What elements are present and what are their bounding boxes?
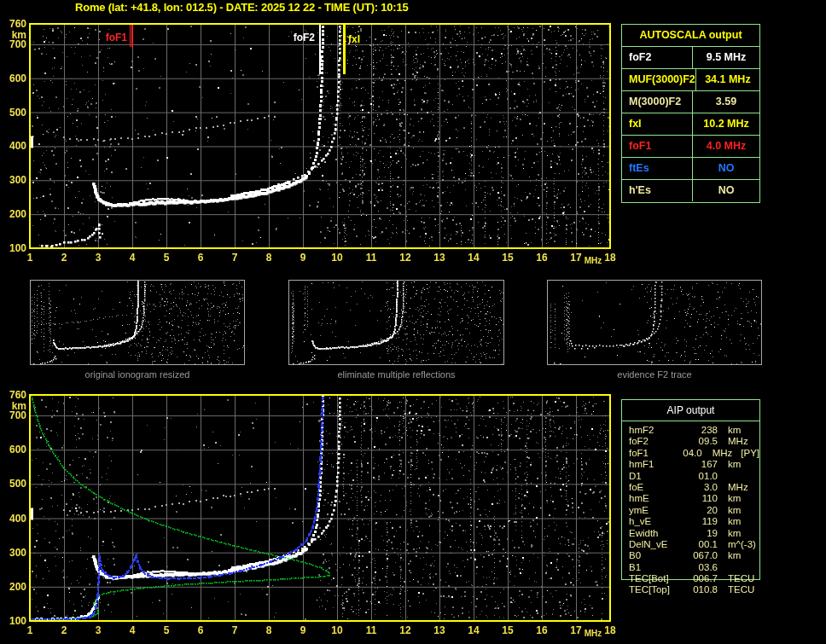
b-unit: TECU [728,573,754,584]
x-axis-unit: MHz [580,256,606,266]
thumbnail-caption-evidence: evidence F2 trace [547,369,762,380]
aip-row-foF1: foF104.0MHz[PY] [622,448,759,459]
y-axis-unit: km [1,401,26,411]
param-value: 10.2 MHz [692,113,759,135]
param-value: 34.1 MHz [695,69,759,90]
y-tick-label: 400 [1,141,26,151]
param-name: MUF(3000)F2 [622,69,695,90]
x-tick-label: 6 [188,625,213,635]
b-lab: hmF1 [629,459,682,470]
autoscala-row-h'Es: h'EsNO [622,179,759,201]
autoscala-row-foF1: foF14.0 MHz [622,135,759,157]
x-tick-label: 2 [51,625,77,635]
b-lab: hmE [629,493,682,504]
b-val: 3.0 [682,482,718,493]
thumbnail-caption-eliminate: eliminate multiple reflections [288,369,504,380]
y-tick-label: 500 [1,107,26,118]
aip-row-hmF1: hmF1167km [622,459,759,470]
param-name: foF1 [622,136,692,157]
x-tick-label: 9 [290,625,316,635]
b-unit: km [728,516,741,527]
aip-row-TEC[Bot]: TEC[Bot]006.7TECU [622,573,759,584]
param-value: 3.59 [692,91,759,113]
marker-label-foF1: foF1 [98,32,127,43]
b-val: 19 [682,528,718,539]
b-lab: D1 [629,471,682,482]
autoscala-table-rows: foF29.5 MHzMUF(3000)F234.1 MHzM(3000)F23… [622,46,759,201]
b-lab: h_vE [629,516,682,527]
autoscala-table: AUTOSCALA output foF29.5 MHzMUF(3000)F23… [621,24,760,203]
x-tick-label: 15 [495,252,521,263]
x-tick-label: 14 [461,252,486,263]
x-tick-label: 4 [119,252,145,263]
b-val: 04.0 [672,448,702,459]
aip-row-TEC[Top]: TEC[Top]010.8TECU [622,584,759,595]
autoscala-output-window: Rome (lat: +41.8, lon: 012.5) - DATE: 20… [0,0,826,644]
y-tick-label: 300 [1,175,26,185]
b-lab: foF1 [629,448,672,459]
b-lab: TEC[Bot] [629,573,682,584]
y-tick-label: 400 [1,513,26,524]
x-tick-label: 3 [85,625,111,635]
aip-row-foE: foE3.0MHz [622,482,759,493]
b-val: 238 [682,425,718,436]
b-lab: B1 [629,562,682,573]
page-title: Rome (lat: +41.8, lon: 012.5) - DATE: 20… [75,1,409,14]
b-unit: m^(-3) [728,539,756,550]
b-lab: DelN_vE [629,539,682,550]
x-tick-label: 15 [495,625,521,635]
aip-row-B1: B103.6 [622,562,759,573]
x-tick-label: 2 [51,252,77,263]
b-val: 20 [682,505,718,516]
marker-label-foF2: foF2 [286,32,315,43]
x-tick-label: 8 [256,252,282,263]
aip-row-B0: B0067.0km [622,550,759,561]
param-name: fxI [622,113,692,135]
b-lab: TEC[Top] [629,584,682,595]
b-unit: km [728,528,741,539]
param-value: NO [692,158,759,179]
autoscala-row-M(3000)F2: M(3000)F23.59 [622,90,759,113]
b-unit: MHz [728,482,748,493]
param-value: NO [692,180,759,201]
aip-row-hmF2: hmF2238km [622,425,759,436]
aip-row-Ewidth: Ewidth19km [622,528,759,539]
autoscala-table-header: AUTOSCALA output [622,25,759,46]
aip-row-h_vE: h_vE119km [622,516,759,527]
autoscala-row-foF2: foF29.5 MHz [622,46,759,68]
b-note: [PY] [741,448,759,459]
b-val: 067.0 [682,550,718,561]
x-tick-label: 5 [154,252,179,263]
param-name: ftEs [622,158,692,179]
b-unit: TECU [728,584,754,595]
x-tick-label: 13 [427,625,452,635]
x-tick-label: 12 [393,252,418,263]
y-axis-unit: km [1,30,26,40]
aip-table-rows: hmF2238kmfoF209.5MHzfoF104.0MHz[PY]hmF11… [622,421,759,596]
x-tick-label: 16 [529,625,555,635]
b-lab: foE [629,482,682,493]
b-unit: km [728,425,741,436]
x-tick-label: 8 [256,625,282,635]
aip-row-ymE: ymE20km [622,505,759,516]
b-val: 167 [682,459,718,470]
param-name: foF2 [622,47,692,68]
b-val: 01.0 [682,471,718,482]
b-unit: km [728,459,741,470]
y-tick-label: 300 [1,548,26,558]
x-tick-label: 14 [461,625,486,635]
x-axis-unit: MHz [580,629,606,639]
b-val: 119 [682,516,718,527]
x-tick-label: 7 [222,252,247,263]
autoscala-row-MUF(3000)F2: MUF(3000)F234.1 MHz [622,68,759,90]
b-val: 010.8 [682,584,718,595]
y-tick-label: 760 [1,390,26,400]
y-tick-label: 600 [1,73,26,84]
b-val: 110 [682,493,718,504]
b-unit: MHz [713,448,733,459]
param-name: h'Es [622,180,692,201]
aip-table-header: AIP output [622,400,759,421]
thumbnail-caption-original: original ionogram resized [30,369,245,380]
x-tick-label: 10 [324,625,350,635]
y-tick-label: 200 [1,582,26,592]
